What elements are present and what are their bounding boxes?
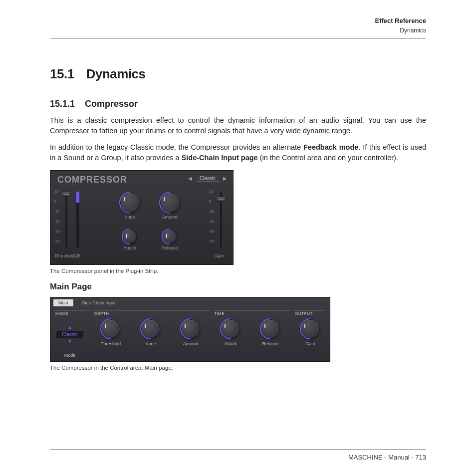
attack-knob[interactable]: Attack [120,230,139,250]
preset-selector: ◀ Classic ▶ [188,176,227,182]
cp-threshold-knob[interactable]: Threshold [96,319,125,346]
subsection-number: 15.1.1 [50,99,75,109]
compressor-plugin-panel: COMPRESSOR ◀ Classic ▶ 12 - 0 - -10 - -2… [50,170,234,265]
mode-up-arrow[interactable]: ▲ [56,325,83,330]
cp-gain-knob[interactable]: Gain [296,319,325,346]
tab-main[interactable]: Main [53,299,73,306]
amount-knob[interactable]: Amount [160,193,179,220]
subsection-heading: 15.1.1Compressor [50,99,426,109]
gr-meter: GR [74,190,81,258]
control-caption: The Compressor in the Control area: Main… [50,365,426,371]
mode-value: Classic [56,331,83,338]
threshold-label: Threshold [54,253,74,258]
cp-release-knob[interactable]: Release [256,319,285,346]
plugin-caption: The Compressor panel in the Plug-in Stri… [50,268,426,274]
threshold-slider[interactable]: 12 - 0 - -10 - -20 - -30 - -54 - Thresho… [54,190,74,258]
preset-prev-arrow[interactable]: ◀ [188,176,192,181]
main-page-heading: Main Page [50,282,426,292]
cp-amount-knob[interactable]: Amount [176,319,205,346]
paragraph-2: In addition to the legacy Classic mode, … [50,142,426,163]
threshold-thumb[interactable] [62,192,71,197]
gain-label: Gain [209,253,229,258]
gain-slider[interactable]: 12 - 0 - -10 - -20 - -30 - -54 - Gain [209,190,229,258]
plugin-title: COMPRESSOR [57,175,127,185]
preset-next-arrow[interactable]: ▶ [223,176,227,181]
paragraph-1: This is a classic compression effect to … [50,115,426,136]
section-output-label: OUTPUT [295,311,313,316]
section-number: 15.1 [50,66,74,82]
control-tabs: Main Side-Chain Input [53,299,121,306]
section-depth-label: DEPTH [94,311,109,316]
section-heading: 15.1Dynamics [50,66,426,82]
gain-ticks: 12 - 0 - -10 - -20 - -30 - -54 - [209,190,216,249]
section-time-label: TIME [214,311,225,316]
mode-selector[interactable]: ▲ Classic ▼ Mode [56,325,83,358]
section-mode-label: MODE [55,311,68,316]
gr-label: GR [73,253,80,258]
header-title: Effect Reference [50,16,426,26]
cp-knee-knob[interactable]: Knee [136,319,165,346]
footer-divider [50,450,426,450]
header-subtitle: Dynamics [50,26,426,35]
tab-sidechain[interactable]: Side-Chain Input [77,299,121,306]
cp-attack-knob[interactable]: Attack [216,319,245,346]
threshold-ticks: 12 - 0 - -10 - -20 - -30 - -54 - [54,190,61,249]
compressor-control-panel: Main Side-Chain Input MODE DEPTH TIME OU… [50,297,330,362]
preset-name[interactable]: Classic [196,176,219,182]
page-header: Effect Reference Dynamics [50,16,426,35]
release-knob[interactable]: Release [160,230,179,250]
gain-thumb[interactable] [217,197,226,202]
footer-text: MASCHINE - Manual - 713 [348,454,426,461]
knee-knob[interactable]: Knee [120,193,139,220]
section-title: Dynamics [86,66,146,81]
threshold-track [65,192,67,247]
header-divider [50,38,426,38]
mode-label: Mode [56,353,83,358]
mode-down-arrow[interactable]: ▼ [56,339,83,344]
subsection-title: Compressor [85,99,138,109]
